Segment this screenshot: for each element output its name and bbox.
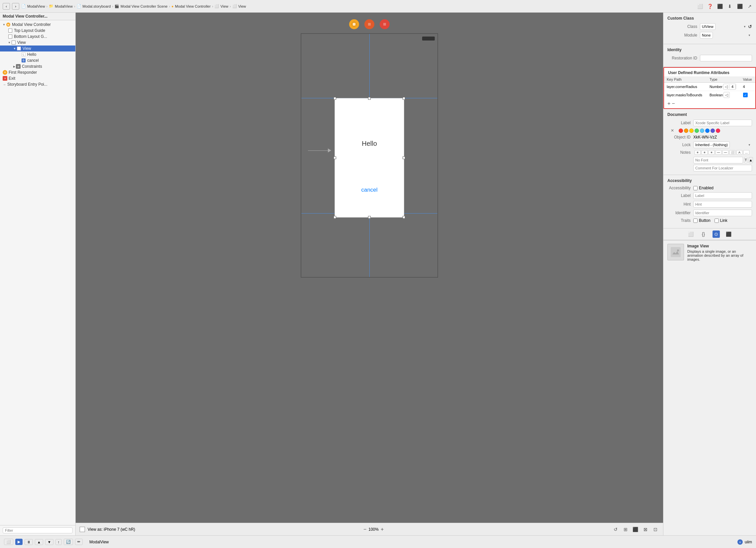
module-select[interactable]: None (700, 32, 713, 39)
inspector-tab-identity[interactable]: ⊙ (713, 230, 720, 238)
stepper-down-2[interactable]: ◁ (724, 92, 729, 98)
doc-font-input[interactable] (693, 157, 743, 163)
inspector-tab-size[interactable]: ⬛ (725, 230, 732, 238)
color-dot-green[interactable] (695, 128, 699, 133)
restoration-id-input[interactable] (700, 55, 752, 61)
bottom-up2-btn[interactable]: ↑ (55, 539, 62, 545)
bottom-down-btn[interactable]: ▼ (45, 539, 53, 545)
color-dot-yellow[interactable] (689, 128, 694, 133)
doc-comment-input[interactable] (693, 165, 752, 171)
sidebar-item-constraints[interactable]: ▶ ⊞ Constraints (0, 63, 75, 69)
notes-icon-7[interactable]: A (736, 150, 742, 155)
color-dot-purple[interactable] (711, 128, 715, 133)
sidebar-item-cancel[interactable]: B cancel (0, 57, 75, 63)
notes-icon-3[interactable]: ≡ (709, 150, 715, 155)
bottom-share-btn[interactable]: 🔃 (64, 539, 73, 545)
refresh-btn[interactable]: ↺ (612, 526, 619, 533)
back-button[interactable]: ‹ (3, 3, 10, 10)
filter-input[interactable] (3, 527, 73, 533)
sidebar-item-first-responder[interactable]: ⭘ First Responder (0, 69, 75, 75)
help-icon-btn[interactable]: ❓ (706, 3, 714, 10)
phone-icon-2[interactable] (364, 19, 374, 29)
breadcrumb-item-3[interactable]: Modal.storyboard (83, 4, 111, 8)
udra-checkbox[interactable]: ✓ (743, 93, 748, 97)
breadcrumb-item-1[interactable]: ModalView (27, 4, 45, 8)
doc-lock-select[interactable]: Inherited - (Nothing) (693, 141, 730, 148)
handle-bl[interactable] (334, 216, 336, 218)
access-button-checkbox[interactable] (693, 218, 698, 223)
notes-icon-5[interactable]: — (722, 150, 728, 155)
bottom-up-btn[interactable]: ▲ (35, 539, 43, 545)
restoration-id-row: Restoration ID (667, 55, 752, 61)
sidebar-item-view-inner[interactable]: ▼ View (0, 45, 75, 51)
udra-add-button[interactable]: + (667, 101, 670, 106)
breadcrumb-item-4[interactable]: Modal View Controller Scene (120, 4, 168, 8)
share-icon-btn[interactable]: ⬇ (726, 3, 733, 10)
canvas-scroll[interactable]: Hello cancel (76, 13, 663, 523)
inspector-tab-code[interactable]: {} (700, 230, 707, 238)
notes-icon-1[interactable]: ≡ (695, 150, 701, 155)
notes-icon-2[interactable]: ≡ (702, 150, 708, 155)
right-panel: Custom Class Class UIView ↺ Module None (663, 13, 756, 535)
stepper-down[interactable]: ◁ (723, 84, 729, 89)
layout-btn[interactable]: ⬛ (632, 526, 639, 533)
bottom-edit-btn[interactable]: ✏ (75, 539, 83, 545)
breadcrumb-item-2[interactable]: ModalView (55, 4, 73, 8)
color-dot-lightblue[interactable] (700, 128, 704, 133)
zoom-in-button[interactable]: + (381, 526, 384, 532)
layout-icon-btn[interactable]: ⬛ (716, 3, 723, 10)
handle-br[interactable] (403, 216, 405, 218)
color-dot-red[interactable] (679, 128, 683, 133)
notes-icon-8[interactable]: … (743, 150, 749, 155)
handle-tc[interactable] (368, 97, 371, 100)
sidebar-item-top-layout[interactable]: Top Layout Guide (0, 28, 75, 34)
handle-bc[interactable] (368, 216, 371, 218)
sidebar-item-modal-vc[interactable]: ▼ M Modal View Controller (0, 22, 75, 28)
bottom-icon-1[interactable]: ⬜ (4, 539, 13, 545)
access-enabled-checkbox[interactable] (693, 186, 698, 190)
phone-icon-3[interactable] (380, 19, 390, 29)
breadcrumb-item-5[interactable]: Modal View Controller (175, 4, 210, 8)
expand-icon-btn[interactable]: ↗ (746, 3, 753, 10)
doc-font-stepper[interactable]: ▲ (749, 157, 753, 163)
modal-view[interactable]: Hello cancel (335, 98, 404, 217)
sidebar-item-storyboard-entry[interactable]: → Storyboard Entry Poi... (0, 81, 75, 87)
class-refresh-btn[interactable]: ↺ (748, 24, 752, 29)
inspector-tab-file[interactable]: ⬜ (687, 230, 695, 238)
notes-icon-6[interactable]: ⬜ (729, 150, 735, 155)
handle-mr[interactable] (403, 156, 405, 159)
forward-button[interactable]: › (12, 3, 19, 10)
file-icon-btn[interactable]: ⬜ (696, 3, 704, 10)
pin-btn[interactable]: ⊠ (642, 526, 649, 533)
phone-icon-1[interactable] (349, 19, 359, 29)
more-btn[interactable]: ⊡ (652, 526, 659, 533)
access-identifier-input[interactable] (693, 209, 752, 216)
sidebar-item-bottom-layout[interactable]: Bottom Layout G... (0, 34, 75, 39)
notes-icon-4[interactable]: — (716, 150, 721, 155)
breadcrumb-item-6[interactable]: View (220, 4, 228, 8)
color-dot-pink[interactable] (716, 128, 720, 133)
udra-remove-button[interactable]: − (672, 101, 675, 106)
bottom-app-name: ModalView (89, 540, 109, 544)
inspector-icon-btn[interactable]: ⬛ (736, 3, 743, 10)
access-label-input[interactable] (693, 192, 752, 199)
sidebar-item-exit[interactable]: ✕ Exit (0, 75, 75, 81)
color-dot-orange[interactable] (684, 128, 688, 133)
class-select[interactable]: UIView (700, 23, 716, 30)
access-link-checkbox[interactable] (715, 218, 719, 223)
color-dot-blue[interactable] (705, 128, 710, 133)
zoom-out-button[interactable]: − (363, 526, 366, 532)
sidebar-item-view-root[interactable]: ▼ View (0, 39, 75, 45)
cancel-text[interactable]: cancel (361, 187, 377, 194)
handle-ml[interactable] (334, 156, 336, 159)
handle-tr[interactable] (403, 97, 405, 100)
handle-tl[interactable] (334, 97, 336, 100)
doc-font-icon[interactable]: T (744, 157, 747, 163)
grid-btn[interactable]: ⊞ (622, 526, 629, 533)
bottom-pause-btn[interactable]: ⏸ (25, 539, 33, 545)
sidebar-item-hello[interactable]: L Hello (0, 51, 75, 57)
bottom-play-btn[interactable]: ▶ (15, 539, 23, 545)
breadcrumb-item-7[interactable]: View (238, 4, 246, 8)
doc-label-input[interactable] (693, 119, 752, 126)
access-hint-input[interactable] (693, 201, 752, 207)
